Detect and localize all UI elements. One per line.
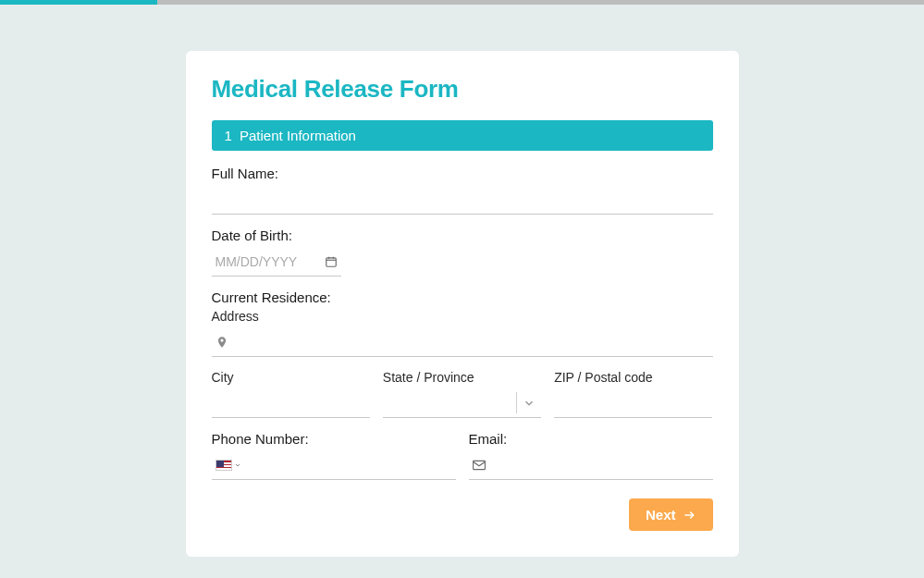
flag-us-icon (216, 460, 232, 471)
arrow-right-icon (682, 509, 696, 522)
next-button[interactable]: Next (629, 498, 713, 531)
city-input-wrap (212, 388, 370, 418)
full-name-label: Full Name: (212, 166, 713, 181)
phone-input[interactable] (247, 454, 456, 476)
full-name-input-wrap (212, 185, 713, 215)
select-divider (516, 392, 517, 413)
section-label: Patient Information (240, 128, 356, 143)
location-pin-icon (216, 336, 233, 349)
form-title: Medical Release Form (212, 75, 713, 104)
email-input[interactable] (494, 454, 712, 476)
chevron-down-icon[interactable] (523, 397, 536, 410)
next-button-label: Next (646, 507, 676, 523)
section-number: 1 (225, 128, 232, 143)
form-footer: Next (212, 498, 713, 531)
field-zip: ZIP / Postal code (554, 370, 712, 418)
email-label: Email: (469, 431, 713, 447)
dob-input-wrap (212, 247, 341, 277)
zip-label: ZIP / Postal code (554, 370, 712, 385)
field-city: City (212, 370, 370, 418)
full-name-input[interactable] (212, 189, 713, 211)
svg-rect-0 (326, 257, 337, 265)
field-residence: Current Residence: Address (212, 289, 713, 357)
field-state: State / Province (383, 370, 541, 418)
dob-label: Date of Birth: (212, 228, 713, 243)
chevron-down-icon (234, 461, 241, 469)
progress-bar (0, 0, 924, 5)
envelope-icon (473, 460, 489, 471)
field-full-name: Full Name: (212, 166, 713, 215)
zip-input-wrap (554, 388, 712, 418)
calendar-icon[interactable] (325, 255, 340, 268)
phone-label: Phone Number: (212, 431, 456, 447)
field-email: Email: (469, 431, 713, 480)
form-card: Medical Release Form 1 Patient Informati… (186, 51, 739, 557)
zip-input[interactable] (554, 392, 712, 414)
residence-label: Current Residence: (212, 289, 713, 305)
phone-input-wrap (212, 450, 456, 480)
field-dob: Date of Birth: (212, 228, 713, 277)
address-sublabel: Address (212, 309, 713, 324)
field-phone: Phone Number: (212, 431, 456, 480)
email-input-wrap (469, 450, 713, 480)
city-input[interactable] (212, 392, 370, 414)
progress-fill (0, 0, 157, 5)
section-header: 1 Patient Information (212, 120, 713, 151)
city-label: City (212, 370, 370, 385)
address-input[interactable] (238, 331, 712, 353)
phone-country-selector[interactable] (216, 460, 241, 471)
state-label: State / Province (383, 370, 541, 385)
row-city-state-zip: City State / Province ZIP / Postal code (212, 370, 713, 418)
state-select[interactable] (383, 388, 541, 418)
row-phone-email: Phone Number: Email: (212, 431, 713, 480)
address-input-wrap (212, 327, 713, 357)
dob-input[interactable] (212, 251, 326, 273)
state-input[interactable] (383, 396, 541, 410)
